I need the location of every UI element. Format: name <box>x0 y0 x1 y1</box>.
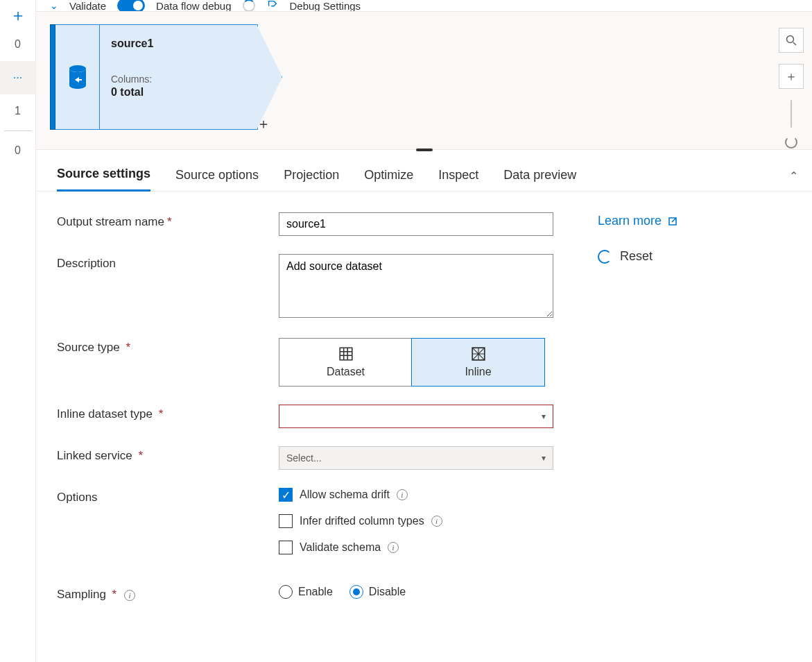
source-type-inline[interactable]: Inline <box>411 338 545 387</box>
svg-point-0 <box>69 65 86 72</box>
source-type-dataset[interactable]: Dataset <box>279 339 412 386</box>
leftnav-item-1[interactable]: ··· <box>0 61 35 94</box>
toolbar: ⌄ Validate Data flow debug Debug Setting… <box>36 0 812 11</box>
debug-settings-icon[interactable] <box>266 0 279 11</box>
sampling-enable-label: Enable <box>298 586 333 598</box>
inline-dataset-type-select[interactable]: ▾ <box>279 405 553 428</box>
node-columns-label: Columns: <box>111 74 246 85</box>
database-icon <box>68 65 87 90</box>
zoom-slider[interactable] <box>791 100 792 128</box>
tab-source-options[interactable]: Source options <box>175 168 259 191</box>
node-columns-count: 0 total <box>111 86 246 99</box>
infer-drifted-types-checkbox[interactable] <box>279 514 293 528</box>
source-type-segmented: Dataset Inline <box>279 338 545 387</box>
output-stream-name-input[interactable] <box>279 212 553 236</box>
tab-source-settings[interactable]: Source settings <box>57 167 150 192</box>
leftnav-item-3[interactable]: 0 <box>0 134 35 167</box>
linked-service-select[interactable]: Select... ▾ <box>279 446 553 470</box>
sampling-enable-radio[interactable]: Enable <box>279 585 333 599</box>
linked-service-label: Linked service * <box>57 446 279 463</box>
info-icon[interactable]: i <box>431 516 442 527</box>
infer-drifted-types-label: Infer drifted column types <box>300 515 424 527</box>
debug-toggle[interactable] <box>117 0 145 11</box>
dataflow-canvas[interactable]: source1 Columns: 0 total ＋ <box>36 11 812 150</box>
inline-option-label: Inline <box>465 366 491 378</box>
source-type-label: Source type * <box>57 338 279 355</box>
tab-projection[interactable]: Projection <box>284 168 339 191</box>
source-node[interactable]: source1 Columns: 0 total <box>50 24 258 130</box>
debug-toggle-label: Data flow debug <box>156 0 231 11</box>
validate-button[interactable]: Validate <box>69 0 106 11</box>
loading-spinner-icon <box>243 0 255 11</box>
node-title: source1 <box>111 37 246 50</box>
info-icon[interactable]: i <box>397 489 408 500</box>
add-nav-icon[interactable]: ＋ <box>0 3 35 28</box>
description-label: Description <box>57 254 279 271</box>
allow-schema-drift-checkbox[interactable]: ✓ <box>279 488 293 502</box>
source-settings-form: Output stream name* Description Add sour… <box>36 192 812 640</box>
sampling-label: Sampling * i <box>57 585 279 602</box>
settings-tabs: Source settings Source options Projectio… <box>36 153 812 192</box>
tab-data-preview[interactable]: Data preview <box>503 168 576 191</box>
external-link-icon <box>667 216 678 227</box>
svg-point-1 <box>787 36 794 43</box>
validate-chevron-icon[interactable]: ⌄ <box>50 0 58 11</box>
leftnav-item-0[interactable]: 0 <box>0 28 35 61</box>
output-stream-name-label: Output stream name* <box>57 212 279 229</box>
reset-button[interactable]: Reset <box>598 249 678 264</box>
node-accent <box>50 24 55 130</box>
reset-icon <box>598 250 612 264</box>
zoom-in-button[interactable]: ＋ <box>779 64 804 89</box>
validate-schema-checkbox[interactable] <box>279 541 293 554</box>
info-icon[interactable]: i <box>124 590 135 601</box>
chevron-down-icon: ▾ <box>542 453 546 463</box>
add-transformation-button[interactable]: ＋ <box>257 114 270 133</box>
debug-settings-button[interactable]: Debug Settings <box>290 0 361 11</box>
canvas-tools: ＋ <box>779 28 804 148</box>
tab-inspect[interactable]: Inspect <box>438 168 478 191</box>
learn-more-link[interactable]: Learn more <box>598 214 678 228</box>
table-icon <box>338 346 354 362</box>
node-icon-column <box>55 24 100 130</box>
left-nav: ＋ 0 ··· 1 0 <box>0 0 36 662</box>
sampling-disable-label: Disable <box>369 586 406 598</box>
svg-line-2 <box>793 42 796 45</box>
chevron-down-icon: ▾ <box>542 411 546 421</box>
leftnav-divider <box>4 130 32 131</box>
zoom-handle-icon[interactable] <box>785 136 797 148</box>
sampling-disable-radio[interactable]: Disable <box>349 585 406 599</box>
search-canvas-button[interactable] <box>779 28 804 53</box>
description-input[interactable]: Add source dataset <box>279 254 553 318</box>
allow-schema-drift-label: Allow schema drift <box>300 489 390 501</box>
validate-schema-label: Validate schema <box>300 541 381 554</box>
linked-service-placeholder: Select... <box>286 452 322 464</box>
dataset-option-label: Dataset <box>327 366 365 378</box>
collapse-panel-icon[interactable]: ⌃ <box>789 169 798 183</box>
tab-optimize[interactable]: Optimize <box>364 168 413 191</box>
inline-dataset-type-label: Inline dataset type * <box>57 405 279 421</box>
options-label: Options <box>57 488 279 504</box>
node-body: source1 Columns: 0 total <box>100 24 258 130</box>
info-icon[interactable]: i <box>388 542 399 553</box>
inline-icon <box>471 346 486 362</box>
leftnav-item-2[interactable]: 1 <box>0 94 35 128</box>
